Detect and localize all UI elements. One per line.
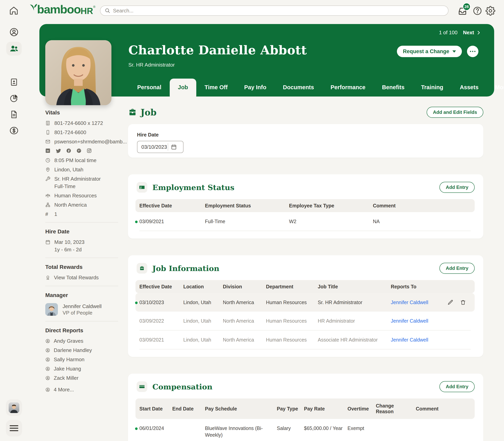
total-rewards-title: Total Rewards [45, 264, 118, 270]
person-circle-icon [45, 357, 50, 362]
hire-date-card: Hire Date [128, 124, 483, 158]
current-user-avatar[interactable] [6, 399, 22, 416]
tab-training[interactable]: Training [413, 84, 452, 96]
tab-more[interactable]: More [487, 84, 504, 96]
add-entry-button[interactable]: Add Entry [439, 263, 475, 274]
search-icon [105, 8, 110, 13]
brand-hr: HR [80, 5, 93, 17]
mobile-phone-icon [45, 130, 50, 135]
employee-title: Sr. HR Administrator [128, 62, 175, 68]
tab-benefits[interactable]: Benefits [374, 84, 413, 96]
divider [168, 143, 168, 151]
reports-to-link[interactable]: Jennifer Caldwell [391, 318, 428, 324]
pager-position: 1 of 100 [439, 30, 458, 36]
instagram-icon[interactable] [87, 148, 92, 153]
sidebar-item-files[interactable] [6, 108, 22, 121]
hire-date-input[interactable] [137, 144, 167, 150]
direct-report-link[interactable]: Zack Miller [45, 375, 118, 381]
direct-report-link[interactable]: Sally Harmon [45, 357, 118, 362]
sidebar-item-payroll[interactable] [6, 124, 22, 138]
settings-gear-icon[interactable] [486, 6, 495, 16]
credit-card-icon [137, 381, 147, 392]
award-icon [45, 275, 50, 280]
employee-pager: 1 of 100 Next [439, 30, 481, 36]
tab-personal[interactable]: Personal [129, 84, 170, 96]
location-row: Lindon, Utah [45, 167, 118, 173]
tab-job[interactable]: Job [170, 79, 197, 100]
table-row: 06/01/2024 BlueWave Innovations (Bi-Week… [136, 419, 475, 441]
direct-report-link[interactable]: Jake Huang [45, 366, 118, 372]
inbox-button[interactable]: 28 [457, 5, 468, 16]
linkedin-icon[interactable]: in [45, 148, 50, 153]
hire-date-label: Hire Date [137, 132, 474, 138]
tab-assets[interactable]: Assets [451, 84, 487, 96]
location-pin-icon [45, 167, 50, 172]
twitter-icon[interactable] [56, 148, 61, 153]
tab-documents[interactable]: Documents [275, 84, 322, 96]
briefcase-icon [128, 108, 137, 117]
sidebar-item-people[interactable] [6, 42, 22, 56]
calendar-icon[interactable] [171, 144, 177, 150]
employee-name: Charlotte Danielle Abbott [128, 43, 307, 57]
sidebar-item-reports[interactable] [6, 91, 22, 105]
pinterest-icon[interactable] [76, 148, 81, 153]
header-actions: Request a Change [397, 46, 478, 57]
ellipsis-icon [470, 51, 476, 52]
home-icon[interactable] [9, 6, 18, 15]
top-bar: bambooHR bambooHR® 28 [0, 0, 504, 19]
manager-name[interactable]: Jennifer Caldwell [63, 303, 102, 309]
profile-tabs: Personal Job Time Off Pay Info Documents… [129, 79, 504, 96]
avatar [9, 402, 19, 413]
add-entry-button[interactable]: Add Entry [439, 182, 475, 193]
person-circle-icon [45, 376, 50, 380]
sidebar-item-employee-card[interactable] [6, 75, 22, 89]
table-header: Effective Date Location Division Departm… [136, 280, 475, 293]
page-title: Job [140, 107, 156, 117]
delete-entry-icon[interactable] [460, 299, 466, 305]
email-row[interactable]: pswenson+shrmdemo@bamb... [45, 139, 118, 144]
office-phone-icon [45, 121, 50, 126]
office-phone-row: 801-724-6600 x 1272 [45, 120, 118, 126]
person-circle-icon [45, 366, 50, 371]
bamboohr-logo[interactable]: bambooHR bambooHR® [30, 3, 95, 17]
edit-entry-icon[interactable] [447, 299, 453, 305]
job-information-card: Job Information Add Entry Effective Date… [128, 255, 483, 357]
reports-to-link[interactable]: Jennifer Caldwell [391, 337, 428, 343]
employment-status-card: Employment Status Add Entry Effective Da… [128, 174, 483, 238]
direct-report-link[interactable]: Andy Graves [45, 338, 118, 344]
direct-report-link[interactable]: Darlene Handley [45, 347, 118, 353]
left-nav-rail [0, 19, 39, 441]
hamburger-menu-icon[interactable] [6, 420, 22, 437]
next-employee-button[interactable]: Next [463, 30, 481, 36]
request-change-button[interactable]: Request a Change [397, 46, 462, 57]
wrench-icon [45, 176, 50, 181]
search-input[interactable] [113, 8, 444, 14]
direct-reports-more-link[interactable]: 4 More... [45, 387, 118, 393]
local-time-row: 8:05 PM local time [45, 157, 118, 163]
add-edit-fields-button[interactable]: Add and Edit Fields [427, 107, 483, 118]
manager-avatar[interactable] [45, 303, 58, 316]
manager-card: Jennifer Caldwell VP of People [45, 303, 118, 316]
current-entry-dot [135, 427, 137, 430]
svg-text:in: in [47, 149, 49, 152]
more-actions-button[interactable] [467, 46, 478, 57]
tab-time-off[interactable]: Time Off [196, 84, 236, 96]
facebook-icon[interactable] [66, 148, 71, 153]
hire-date-title: Hire Date [45, 228, 118, 235]
section-title: Compensation [153, 382, 213, 391]
help-icon[interactable] [473, 6, 482, 16]
tab-performance[interactable]: Performance [322, 84, 374, 96]
add-entry-button[interactable]: Add Entry [439, 381, 475, 392]
bamboohr-app: bambooHR bambooHR® 28 [0, 0, 504, 441]
job-section-header: Job Add and Edit Fields [128, 106, 483, 119]
table-row: 03/10/2023 Lindon, Utah North America Hu… [136, 293, 475, 312]
my-info-icon[interactable] [6, 25, 22, 39]
employee-header: 1 of 100 Next [39, 24, 494, 96]
brand-bamboo: bamboo [37, 3, 80, 16]
global-search [100, 5, 448, 16]
view-total-rewards-link[interactable]: View Total Rewards [45, 275, 118, 281]
divider [45, 321, 118, 321]
tab-pay-info[interactable]: Pay Info [236, 84, 275, 96]
employee-photo[interactable] [45, 40, 111, 105]
reports-to-link[interactable]: Jennifer Caldwell [391, 299, 428, 305]
